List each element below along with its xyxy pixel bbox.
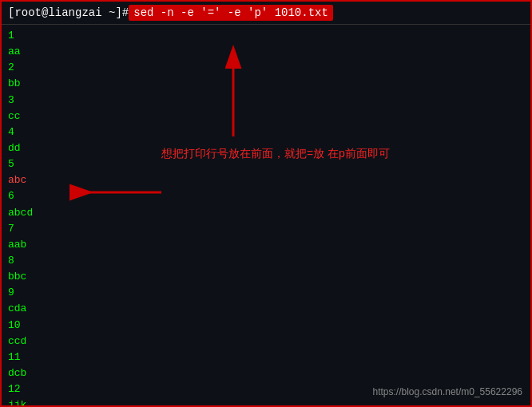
output-line: 4 <box>8 124 524 140</box>
prompt-text: [root@liangzai ~]# <box>8 6 129 19</box>
output-line: 10 <box>8 318 524 334</box>
output-line: bbc <box>8 269 524 285</box>
watermark: https://blog.csdn.net/m0_55622296 <box>373 386 522 397</box>
output-line: bb <box>8 76 524 92</box>
output-line: 9 <box>8 285 524 301</box>
annotation-text: 想把打印行号放在前面，就把=放 在p前面即可 <box>161 144 390 162</box>
terminal-body: 1aa2bb3cc4dd5abc6abcd7aab8bbc9cda10ccd11… <box>2 25 530 405</box>
output-line: 1 <box>8 28 524 44</box>
terminal-header: [root@liangzai ~]# sed -n -e '=' -e 'p' … <box>2 2 530 25</box>
output-line: dcb <box>8 366 524 381</box>
output-line: 8 <box>8 253 524 269</box>
output-line: 7 <box>8 221 524 237</box>
output-line: aa <box>8 44 524 60</box>
arrow-left-annotation <box>73 176 169 212</box>
command-text: sed -n -e '=' -e 'p' 1010.txt <box>129 5 333 21</box>
output-line: 3 <box>8 93 524 109</box>
terminal-window: [root@liangzai ~]# sed -n -e '=' -e 'p' … <box>0 0 532 407</box>
arrow-up-annotation <box>209 49 257 148</box>
output-line: ccd <box>8 334 524 350</box>
output-line: 11 <box>8 350 524 366</box>
output-line: 2 <box>8 60 524 76</box>
output-line: aab <box>8 237 524 253</box>
output-line: cc <box>8 109 524 124</box>
output-line: cda <box>8 301 524 317</box>
output-lines: 1aa2bb3cc4dd5abc6abcd7aab8bbc9cda10ccd11… <box>8 28 524 405</box>
output-line: jjk <box>8 397 524 405</box>
